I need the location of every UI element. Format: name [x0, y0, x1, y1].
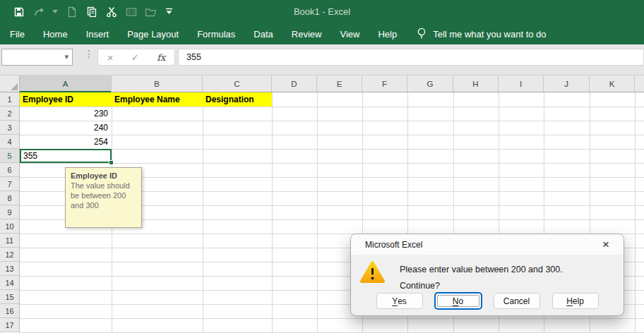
copy-icon[interactable]	[85, 6, 97, 18]
validation-message-body: The value should be between 200 and 300	[71, 181, 136, 210]
row-header-17[interactable]: 17	[0, 318, 20, 332]
quick-access-toolbar	[0, 6, 173, 18]
row-header-10[interactable]: 10	[0, 219, 20, 234]
select-all-corner[interactable]	[0, 75, 20, 92]
name-box[interactable]: ▾	[1, 49, 73, 66]
gridline-v	[635, 92, 636, 333]
tab-view[interactable]: View	[330, 23, 369, 44]
row-header-1[interactable]: 1	[0, 92, 20, 107]
formula-bar-buttons: × ✓ fx	[97, 49, 175, 66]
cell-header-employee-id[interactable]: Employee ID	[20, 92, 112, 107]
row-header-15[interactable]: 15	[0, 290, 20, 304]
cell-header-designation[interactable]: Designation	[203, 92, 272, 107]
dialog-microsoft-excel: Microsoft Excel × Please enter value bet…	[350, 234, 624, 316]
cell-header-employee-name[interactable]: Employee Name	[112, 92, 203, 107]
row-header-12[interactable]: 12	[0, 248, 20, 262]
gridline-h	[20, 318, 644, 319]
formula-bar-strip: ▾ ⋮ × ✓ fx 355	[0, 44, 644, 75]
column-header-F[interactable]: F	[362, 75, 407, 92]
redo-icon[interactable]	[32, 6, 44, 18]
tab-data[interactable]: Data	[244, 23, 282, 44]
validation-input-message: Employee ID The value should be between …	[65, 167, 142, 228]
tab-home[interactable]: Home	[34, 23, 77, 44]
tab-review[interactable]: Review	[282, 23, 331, 44]
row-header-16[interactable]: 16	[0, 304, 20, 318]
warning-icon	[359, 260, 386, 284]
row-header-3[interactable]: 3	[0, 121, 20, 135]
tab-page-layout[interactable]: Page Layout	[118, 23, 188, 44]
dialog-button-row: YesNoCancelHelp	[351, 293, 624, 309]
select-all-triangle-icon	[11, 83, 18, 90]
tab-insert[interactable]: Insert	[77, 23, 119, 44]
cut-icon[interactable]	[105, 6, 117, 18]
row-header-4[interactable]: 4	[0, 135, 20, 149]
column-header-J[interactable]: J	[544, 75, 590, 92]
title-bar: Book1 - Excel	[0, 0, 644, 23]
cell-A3[interactable]: 240	[20, 121, 112, 135]
column-header-B[interactable]: B	[112, 75, 203, 92]
row-header-9[interactable]: 9	[0, 205, 20, 219]
help-button[interactable]: Help	[552, 293, 599, 309]
gridline-h	[20, 107, 644, 107]
column-header-H[interactable]: H	[453, 75, 499, 92]
gridline-h	[20, 149, 644, 150]
name-box-dropdown-icon[interactable]: ▾	[64, 52, 68, 61]
no-button[interactable]: No	[435, 293, 482, 309]
gridline-v	[317, 92, 318, 333]
gridline-h	[20, 135, 644, 135]
enter-entry-icon[interactable]: ✓	[131, 52, 139, 63]
title-bar-area: Book1 - Excel FileHomeInsertPage LayoutF…	[0, 0, 644, 44]
dialog-message: Please enter value between 200 and 300.	[400, 265, 563, 274]
insert-function-icon[interactable]: fx	[157, 52, 165, 63]
column-header-G[interactable]: G	[407, 75, 453, 92]
dialog-close-icon[interactable]: ×	[598, 237, 614, 253]
row-header-2[interactable]: 2	[0, 107, 20, 121]
tell-me-box[interactable]: Tell me what you want to do	[417, 23, 546, 44]
formula-input[interactable]: 355	[178, 49, 644, 66]
row-header-8[interactable]: 8	[0, 191, 20, 205]
cancel-entry-icon[interactable]: ×	[107, 52, 114, 63]
cell-A4[interactable]: 254	[20, 135, 112, 149]
cell-A2[interactable]: 230	[20, 107, 112, 121]
cancel-button[interactable]: Cancel	[494, 293, 540, 309]
customize-qat-icon[interactable]	[165, 6, 173, 18]
ribbon-tabs: FileHomeInsertPage LayoutFormulasDataRev…	[0, 23, 406, 44]
column-header-row: ABCDEFGHIJK	[20, 75, 644, 92]
dialog-question: Continue?	[400, 281, 440, 291]
validation-message-title: Employee ID	[71, 171, 136, 180]
lightbulb-icon	[417, 27, 427, 42]
formula-bar-drag-handle[interactable]: ⋮	[84, 50, 94, 57]
fill-handle[interactable]	[109, 160, 114, 165]
row-header-14[interactable]: 14	[0, 276, 20, 290]
open-folder-icon[interactable]	[145, 6, 157, 18]
column-header-C[interactable]: C	[203, 75, 272, 92]
tell-me-label: Tell me what you want to do	[433, 29, 546, 40]
dialog-title: Microsoft Excel	[351, 234, 624, 255]
gridline-h	[20, 121, 644, 121]
ribbon-tab-row: FileHomeInsertPage LayoutFormulasDataRev…	[0, 23, 644, 44]
column-header-A[interactable]: A	[20, 75, 112, 92]
gridline-v	[272, 92, 273, 333]
excel-window: Book1 - Excel FileHomeInsertPage LayoutF…	[0, 0, 644, 333]
column-header-D[interactable]: D	[272, 75, 317, 92]
new-file-icon[interactable]	[66, 6, 78, 18]
row-header-11[interactable]: 11	[0, 234, 20, 248]
redo-dropdown-icon[interactable]	[52, 6, 58, 18]
tab-file[interactable]: File	[1, 23, 34, 44]
yes-button[interactable]: Yes	[376, 293, 423, 309]
row-header-7[interactable]: 7	[0, 177, 20, 191]
active-cell-A5[interactable]: 355	[20, 149, 112, 163]
gridline-v	[203, 92, 203, 333]
row-header-6[interactable]: 6	[0, 163, 20, 177]
tab-formulas[interactable]: Formulas	[188, 23, 244, 44]
column-header-I[interactable]: I	[499, 75, 544, 92]
row-header-5[interactable]: 5	[0, 149, 20, 163]
save-icon[interactable]	[13, 6, 25, 18]
column-header-K[interactable]: K	[590, 75, 635, 92]
column-header-E[interactable]: E	[317, 75, 362, 92]
form-icon[interactable]	[125, 6, 137, 18]
tab-help[interactable]: Help	[369, 23, 406, 44]
row-header-13[interactable]: 13	[0, 262, 20, 276]
